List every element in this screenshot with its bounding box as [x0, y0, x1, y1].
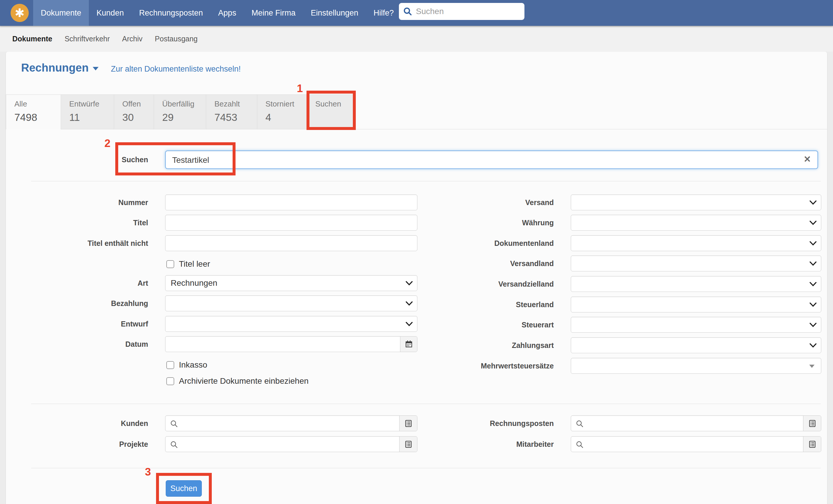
versand-select[interactable]	[571, 194, 821, 210]
list-icon	[808, 419, 816, 427]
clear-icon[interactable]: ✕	[804, 155, 811, 164]
nav-item-einstellungen[interactable]: Einstellungen	[303, 0, 366, 26]
section-divider	[31, 404, 821, 404]
chevron-down-icon	[809, 323, 817, 328]
tab-label: Überfällig	[162, 99, 206, 109]
section-divider	[31, 181, 821, 181]
inkasso-checkbox[interactable]	[166, 361, 174, 369]
tab-storniert[interactable]: Storniert 4	[257, 94, 307, 129]
tab-label: Suchen	[315, 99, 355, 109]
projekte-label: Projekte	[6, 436, 148, 452]
inkasso-label: Inkasso	[179, 360, 207, 370]
tab-ueberfaellig[interactable]: Überfällig 29	[154, 94, 206, 129]
old-list-link[interactable]: Zur alten Dokumentenliste wechseln!	[111, 65, 241, 74]
tab-label: Offen	[122, 99, 154, 109]
datum-input[interactable]	[170, 336, 397, 352]
projekte-input[interactable]	[182, 436, 397, 452]
tab-count: 4	[265, 112, 307, 123]
nav-item-rechnungsposten[interactable]: Rechnungsposten	[132, 0, 211, 26]
triangle-down-icon	[809, 365, 814, 368]
nav-item-kunden[interactable]: Kunden	[89, 0, 132, 26]
dokumentenland-label: Dokumentenland	[411, 235, 554, 251]
archivierte-checkbox[interactable]	[166, 377, 174, 385]
datum-field	[165, 336, 418, 352]
submit-search-button[interactable]: Suchen	[166, 480, 202, 497]
subnav-item-archiv[interactable]: Archiv	[122, 34, 142, 43]
tab-label: Bezahlt	[214, 99, 257, 109]
nav-item-meine-firma[interactable]: Meine Firma	[244, 0, 303, 26]
list-icon	[404, 419, 412, 427]
tab-bezahlt[interactable]: Bezahlt 7453	[206, 94, 257, 129]
tab-count: 7498	[15, 112, 61, 123]
search-icon	[575, 419, 584, 428]
datum-label: Datum	[6, 336, 148, 352]
search-icon	[169, 440, 178, 449]
dokumentenland-select[interactable]	[571, 235, 821, 251]
art-select-value: Rechnungen	[171, 275, 217, 291]
rechnungsposten-input[interactable]	[588, 416, 801, 431]
titel-input[interactable]	[170, 215, 413, 230]
tab-count: 30	[122, 112, 154, 123]
titel-field	[165, 215, 418, 231]
art-label: Art	[6, 275, 148, 291]
art-select[interactable]: Rechnungen	[165, 275, 418, 291]
nav-item-hilfe[interactable]: Hilfe?	[366, 0, 402, 26]
tab-suchen[interactable]: Suchen	[307, 94, 355, 129]
page-title-dropdown[interactable]: Rechnungen	[21, 62, 99, 74]
titel-enthaelt-nicht-input[interactable]	[170, 236, 413, 251]
rechnungsposten-list-button[interactable]	[803, 416, 821, 431]
nummer-field	[165, 194, 418, 210]
mehrwertsteuersaetze-label: Mehrwertsteuersätze	[411, 358, 554, 374]
list-icon	[404, 440, 412, 448]
kunden-field	[165, 415, 418, 431]
global-search-box[interactable]	[399, 3, 524, 20]
subnav-item-dokumente[interactable]: Dokumente	[12, 34, 52, 43]
tab-entwuerfe[interactable]: Entwürfe 11	[61, 94, 114, 129]
versandland-label: Versandland	[411, 256, 554, 271]
search-icon	[169, 419, 178, 428]
mehrwertsteuersaetze-multiselect[interactable]	[571, 358, 821, 374]
kunden-input[interactable]	[182, 416, 397, 431]
chevron-down-icon	[809, 200, 817, 205]
page: { "colors": { "navbar": "#4a699e", "navb…	[0, 0, 833, 504]
search-icon	[403, 7, 412, 16]
mitarbeiter-list-button[interactable]	[803, 436, 821, 452]
mitarbeiter-field	[571, 436, 821, 452]
search-field-label: Suchen	[6, 150, 148, 169]
mitarbeiter-label: Mitarbeiter	[411, 436, 554, 452]
subnav-item-postausgang[interactable]: Postausgang	[155, 34, 198, 43]
chevron-down-icon	[809, 241, 817, 246]
chevron-down-icon	[809, 261, 817, 266]
inkasso-row: Inkasso	[166, 360, 207, 370]
tab-offen[interactable]: Offen 30	[114, 94, 154, 129]
subnav-item-schriftverkehr[interactable]: Schriftverkehr	[65, 34, 110, 43]
search-icon	[575, 440, 584, 449]
steuerart-label: Steuerart	[411, 317, 554, 333]
top-navbar: ✱ Dokumente Kunden Rechnungsposten Apps …	[0, 0, 833, 26]
titel-leer-checkbox[interactable]	[166, 260, 174, 268]
nav-item-dokumente[interactable]: Dokumente	[33, 0, 89, 26]
versandzielland-select[interactable]	[571, 276, 821, 292]
tab-alle[interactable]: Alle 7498	[6, 94, 61, 129]
nummer-input[interactable]	[170, 195, 413, 210]
waehrung-select[interactable]	[571, 215, 821, 231]
steuerart-select[interactable]	[571, 317, 821, 333]
versand-label: Versand	[411, 194, 554, 210]
nav-item-apps[interactable]: Apps	[211, 0, 244, 26]
projekte-field	[165, 436, 418, 452]
zahlungsart-label: Zahlungsart	[411, 337, 554, 353]
nummer-label: Nummer	[6, 194, 148, 210]
titel-enthaelt-nicht-label: Titel enthält nicht	[6, 235, 148, 251]
versandland-select[interactable]	[571, 256, 821, 271]
titel-label: Titel	[6, 215, 148, 231]
entwurf-select[interactable]	[165, 316, 418, 332]
search-term-input[interactable]	[172, 151, 794, 169]
global-search-input[interactable]	[415, 6, 513, 17]
mitarbeiter-input[interactable]	[588, 436, 801, 452]
app-logo[interactable]: ✱	[10, 4, 29, 22]
bezahlung-select[interactable]	[165, 295, 418, 311]
versandzielland-label: Versandzielland	[411, 276, 554, 292]
rechnungsposten-label: Rechnungsposten	[411, 415, 554, 431]
steuerland-select[interactable]	[571, 296, 821, 312]
zahlungsart-select[interactable]	[571, 337, 821, 353]
